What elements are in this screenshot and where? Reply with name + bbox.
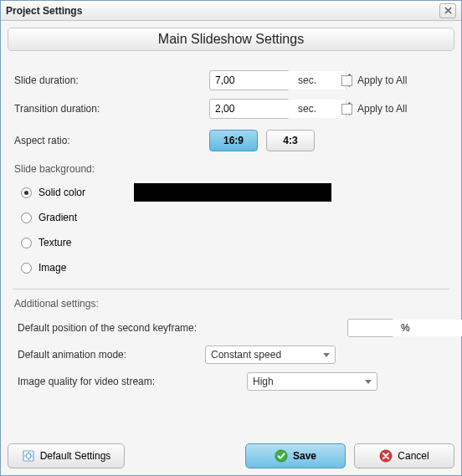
- quality-label: Image quality for video stream:: [13, 376, 247, 387]
- radio-texture[interactable]: [21, 238, 32, 248]
- background-solid-row[interactable]: Solid color: [13, 180, 449, 205]
- background-option-label: Image: [38, 262, 66, 274]
- background-gradient-row[interactable]: Gradient: [13, 205, 449, 230]
- radio-solid[interactable]: [21, 187, 32, 198]
- close-icon: [444, 7, 452, 14]
- default-settings-button[interactable]: Default Settings: [8, 443, 125, 468]
- chevron-down-icon: [323, 353, 330, 357]
- svg-point-2: [275, 450, 287, 462]
- slide-duration-input[interactable]: [209, 70, 290, 90]
- transition-duration-input[interactable]: [209, 99, 290, 119]
- background-option-label: Texture: [38, 237, 71, 248]
- background-option-label: Gradient: [38, 212, 77, 223]
- save-button[interactable]: Save: [245, 443, 346, 468]
- cancel-button[interactable]: Cancel: [354, 443, 454, 468]
- settings-icon: [22, 449, 35, 463]
- divider: [13, 289, 449, 289]
- section-heading: Main Slideshow Settings: [8, 28, 454, 51]
- background-texture-row[interactable]: Texture: [13, 230, 449, 255]
- aspect-ratio-16-9-button[interactable]: 16:9: [209, 130, 258, 151]
- additional-settings-label: Additional settings:: [14, 298, 449, 310]
- slide-duration-apply-all[interactable]: Apply to All: [341, 74, 407, 86]
- quality-value: High: [253, 376, 365, 387]
- background-image-row[interactable]: Image: [13, 255, 449, 280]
- background-option-label: Solid color: [38, 187, 85, 198]
- aspect-ratio-label: Aspect ratio:: [13, 135, 209, 146]
- project-settings-dialog: Project Settings Main Slideshow Settings…: [0, 0, 462, 476]
- chevron-down-icon: [365, 380, 372, 384]
- radio-gradient[interactable]: [21, 212, 32, 223]
- apply-all-label: Apply to All: [357, 103, 407, 115]
- dialog-footer: Default Settings Save Cancel: [1, 437, 461, 475]
- save-label: Save: [293, 450, 316, 462]
- keyframe-label: Default position of the second keyframe:: [13, 322, 347, 334]
- slide-background-label: Slide background:: [14, 163, 449, 175]
- checkbox-icon[interactable]: [341, 75, 352, 86]
- transition-duration-unit: sec.: [290, 103, 328, 115]
- transition-duration-row: Transition duration: sec. Apply to All: [13, 95, 449, 123]
- cancel-label: Cancel: [398, 450, 429, 462]
- anim-mode-value: Constant speed: [211, 349, 323, 361]
- window-title: Project Settings: [6, 5, 82, 17]
- aspect-ratio-row: Aspect ratio: 16:9 4:3: [13, 126, 449, 155]
- radio-image[interactable]: [21, 263, 32, 274]
- aspect-ratio-4-3-button[interactable]: 4:3: [266, 130, 315, 151]
- apply-all-label: Apply to All: [357, 74, 407, 86]
- default-settings-label: Default Settings: [40, 450, 111, 462]
- titlebar: Project Settings: [1, 1, 461, 21]
- anim-mode-label: Default animation mode:: [13, 349, 205, 361]
- quality-select[interactable]: High: [247, 372, 377, 391]
- slide-duration-row: Slide duration: sec. Apply to All: [13, 66, 449, 95]
- anim-mode-row: Default animation mode: Constant speed: [13, 341, 449, 368]
- slide-duration-unit: sec.: [290, 74, 328, 86]
- keyframe-input[interactable]: [347, 319, 394, 337]
- checkmark-icon: [275, 449, 288, 463]
- checkbox-icon[interactable]: [341, 104, 352, 115]
- cancel-icon: [379, 449, 393, 463]
- slide-duration-label: Slide duration:: [13, 74, 209, 86]
- keyframe-unit: %: [394, 322, 410, 334]
- keyframe-row: Default position of the second keyframe:…: [13, 315, 449, 341]
- close-button[interactable]: [439, 3, 456, 18]
- background-color-swatch[interactable]: [134, 183, 331, 202]
- anim-mode-select[interactable]: Constant speed: [205, 345, 336, 364]
- quality-row: Image quality for video stream: High: [13, 368, 449, 395]
- transition-duration-label: Transition duration:: [13, 103, 209, 115]
- transition-duration-apply-all[interactable]: Apply to All: [341, 103, 407, 115]
